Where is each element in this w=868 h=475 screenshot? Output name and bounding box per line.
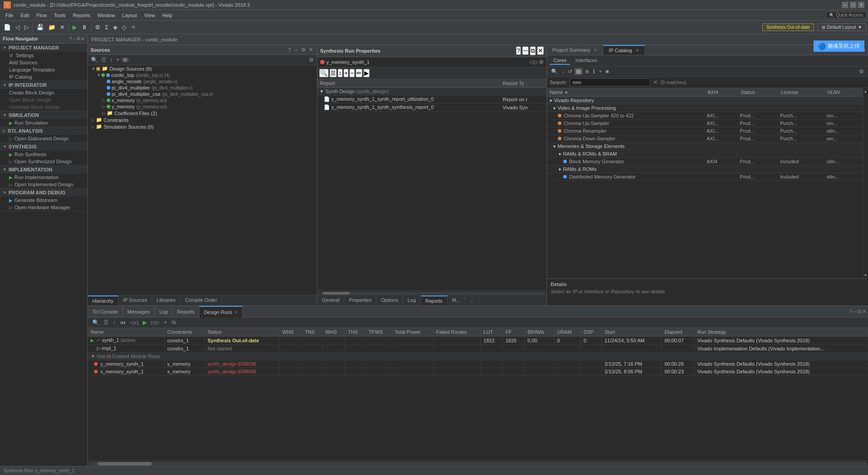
dr-col-brams[interactable]: BRAMs [524, 328, 554, 336]
dr-col-failed-routes[interactable]: Failed Routes [433, 328, 480, 336]
table-row[interactable]: ▼ Memories & Storage Elements [547, 143, 863, 150]
tree-item-x-memory[interactable]: ▷ x_memory (x_memory.xci) [88, 97, 317, 103]
ip-stop-btn[interactable]: ■ [604, 68, 610, 75]
synth-play-btn[interactable]: ▶ [363, 69, 370, 77]
nav-float-button[interactable]: ⧉ [77, 36, 80, 41]
synth-sort-btn[interactable]: ↕ [338, 69, 343, 77]
menu-window[interactable]: Window [94, 12, 118, 19]
tree-item-cordic-top[interactable]: ▼ cordic_top (cordic_top.v) (4) [88, 72, 317, 78]
bottom-tabs-minimize-btn[interactable]: ─ [853, 309, 857, 314]
synth-float-btn[interactable]: ⧉ [530, 46, 536, 55]
synth-tab-more[interactable]: M... [448, 296, 465, 305]
dr-col-wns[interactable]: WNS [279, 328, 302, 336]
save-button[interactable]: 💾 [35, 23, 45, 31]
menu-file[interactable]: File [2, 12, 17, 19]
nav-minimize-button[interactable]: ─ [73, 36, 76, 41]
settings-tb-button[interactable]: ⚙ [93, 23, 102, 31]
synth-settings-btn[interactable]: ⚙ [539, 59, 544, 65]
menu-flow[interactable]: Flow [33, 12, 50, 19]
tree-item-coefficient-files[interactable]: ▷ 📁 Coefficient Files (2) [88, 110, 317, 117]
sources-sort-btn[interactable]: ↕ [108, 56, 114, 63]
nav-item-create-block-design[interactable]: Create Block Design [0, 89, 87, 96]
maximize-button[interactable]: □ [850, 2, 856, 8]
table-row[interactable]: Chroma Down-Sampler AXI... Prod... Purch… [547, 135, 863, 143]
open-button[interactable]: 📁 [46, 23, 57, 31]
ip-search-input[interactable] [570, 78, 651, 86]
ip-col-license[interactable]: License [778, 88, 825, 97]
nav-item-generate-bitstream[interactable]: ▶ Generate Bitstream [0, 197, 87, 204]
menu-edit[interactable]: Edit [17, 12, 33, 19]
section-header-project-manager[interactable]: ▼ PROJECT MANAGER [0, 44, 87, 52]
nav-item-add-sources[interactable]: Add Sources [0, 59, 87, 66]
dr-col-total-power[interactable]: Total Power [392, 328, 433, 336]
ip-filter-btn[interactable]: ↓ [560, 68, 565, 75]
synth-next-btn[interactable]: ▷ [534, 59, 538, 65]
ip-col-axi4[interactable]: AXI4 [705, 88, 738, 97]
ip-col-name[interactable]: Name ▼ [547, 88, 705, 97]
report-type-col-header[interactable]: Report Ty [500, 79, 547, 88]
misc-btn-2[interactable]: ◇ [120, 23, 128, 31]
dr-col-run-strategy[interactable]: Run Strategy [694, 328, 868, 336]
table-row[interactable]: Distributed Memory Generator Prod... Inc… [547, 173, 863, 181]
dr-search-btn[interactable]: 🔍 [90, 319, 101, 326]
sum-button[interactable]: Σ [103, 23, 110, 31]
tree-item-angle-recode[interactable]: angle_recode (angle_recode.v) [88, 78, 317, 85]
menu-layout[interactable]: Layout [118, 12, 140, 19]
nav-item-open-implemented-design[interactable]: ▷ Open Implemented Design [0, 181, 87, 188]
table-row[interactable]: ▼ Vivado Repository [547, 97, 863, 104]
sources-add-btn[interactable]: + [115, 56, 121, 63]
ip-sub-tab-cores[interactable]: Cores [550, 57, 570, 65]
bottom-tab-tcl-console[interactable]: Tcl Console [88, 306, 123, 318]
table-row[interactable]: ▷ impl_1 constrs_1 Not started Vivado Im… [88, 345, 868, 353]
sources-close-btn[interactable]: ✕ [307, 46, 314, 53]
bottom-tabs-close-btn[interactable]: ✕ [862, 309, 866, 314]
sources-minimize-btn[interactable]: ─ [293, 46, 299, 53]
ip-settings-btn[interactable]: ⚙ [858, 68, 865, 75]
synth-tab-options[interactable]: Options [376, 296, 403, 305]
dr-col-ff[interactable]: FF [502, 328, 524, 336]
synth-tab-general[interactable]: General [317, 296, 344, 305]
tree-item-pi-div4-multiplier[interactable]: pi_div4_multiplier (pi_div4_multiplier.v… [88, 85, 317, 91]
synth-edit-btn[interactable]: ✏ [356, 69, 362, 77]
new-button[interactable]: 📄 [2, 23, 13, 31]
nav-item-ip-catalog[interactable]: IP Catalog [0, 73, 87, 81]
dr-col-ths[interactable]: THS [345, 328, 366, 336]
section-header-synthesis[interactable]: ▼ SYNTHESIS [0, 143, 87, 151]
design-runs-close-btn[interactable]: ✕ [234, 310, 238, 314]
table-row[interactable]: ▼ RAMs & ROMs [547, 166, 863, 173]
tree-item-simulation-sources[interactable]: ▷ 📁 Simulation Sources (0) [88, 123, 317, 130]
ip-col-status[interactable]: Status [738, 88, 778, 97]
dr-next-btn[interactable]: ▷▷ [149, 319, 161, 326]
section-header-simulation[interactable]: ▼ SIMULATION [0, 111, 87, 119]
sources-settings-btn[interactable]: ⚙ [307, 56, 315, 63]
quick-access-input[interactable]: Quick Access [826, 12, 866, 18]
table-row[interactable]: ▼ Video & Image Processing [547, 104, 863, 112]
ip-tab-project-summary[interactable]: Project Summary ✕ [547, 45, 603, 55]
ip-search-clear-btn[interactable]: ✕ [653, 79, 658, 85]
table-row[interactable]: 📄 y_memory_synth_1_synth_report_utilizat… [317, 95, 547, 103]
ip-sub-tab-interfaces[interactable]: Interfaces [572, 57, 601, 65]
synth-help-btn[interactable]: ? [516, 46, 521, 55]
nav-item-open-elaborated-design[interactable]: ▷ Open Elaborated Design [0, 135, 87, 142]
sources-tab-compile-order[interactable]: Compile Order [181, 296, 222, 305]
dr-filter-btn[interactable]: ☰ [102, 319, 110, 326]
sources-tab-libraries[interactable]: Libraries [152, 296, 181, 305]
table-row[interactable]: ▶ ✓ synth_1 (active) constrs_1 Synthesis… [88, 336, 868, 345]
table-row[interactable]: Chroma Up-Sampler 420 to 422 AXI... Prod… [547, 112, 863, 120]
dr-col-lut[interactable]: LUT [481, 328, 503, 336]
dr-percent-btn[interactable]: % [170, 319, 178, 326]
bottom-tab-reports[interactable]: Reports [172, 306, 199, 318]
close-button[interactable]: ✕ [858, 2, 864, 8]
bottom-tabs-float-btn[interactable]: ⧉ [858, 309, 861, 314]
table-row[interactable]: x_memory_synth_1 x_memory synth_design E… [88, 368, 868, 376]
section-header-implementation[interactable]: ▼ IMPLEMENTATION [0, 166, 87, 174]
menu-tools[interactable]: Tools [50, 12, 69, 19]
dr-col-tns[interactable]: TNS [302, 328, 323, 336]
nav-item-run-simulation[interactable]: ▶ Run Simulation [0, 119, 87, 126]
forward-button[interactable]: ▷ [23, 23, 31, 31]
sources-filter-btn[interactable]: ☰ [100, 56, 108, 63]
dr-sort-btn[interactable]: ↕ [111, 319, 118, 326]
sources-help-btn[interactable]: ? [287, 46, 292, 53]
ip-catalog-close-btn[interactable]: ✕ [636, 48, 639, 53]
misc-btn-3[interactable]: ✧ [129, 23, 138, 31]
